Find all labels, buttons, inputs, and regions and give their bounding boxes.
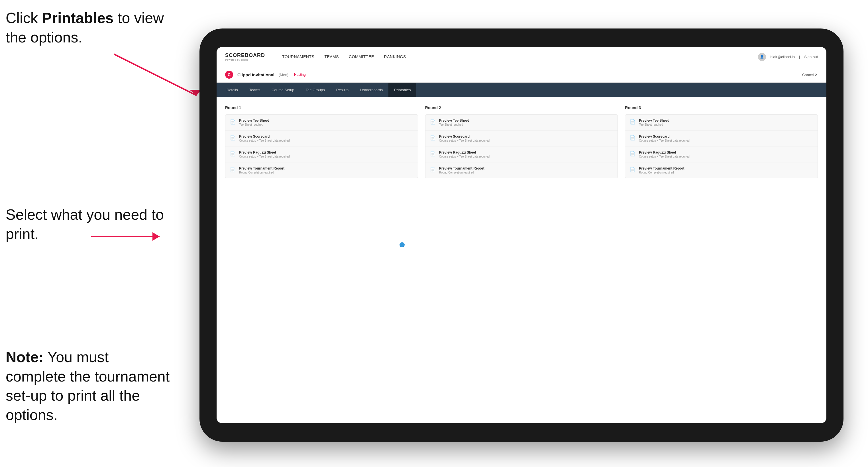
doc-icon: 📄 bbox=[430, 135, 436, 141]
nav-separator: | bbox=[799, 55, 800, 59]
svg-line-0 bbox=[114, 54, 197, 95]
nav-committee[interactable]: COMMITTEE bbox=[349, 55, 374, 60]
tab-leaderboards[interactable]: Leaderboards bbox=[354, 83, 389, 97]
tournament-name: Clippd Invitational bbox=[237, 72, 274, 77]
arrow-top bbox=[100, 45, 208, 102]
nav-user: 👤 blair@clippd.io | Sign out bbox=[758, 53, 818, 61]
scorecard-subtitle: Course setup + Tee Sheet data required bbox=[239, 139, 289, 142]
round-1-scorecard[interactable]: 📄 Preview Scorecard Course setup + Tee S… bbox=[225, 130, 418, 147]
round-2-scorecard[interactable]: 📄 Preview Scorecard Course setup + Tee S… bbox=[426, 130, 618, 147]
nav-teams[interactable]: TEAMS bbox=[324, 55, 339, 60]
instruction-middle: Select what you need to print. bbox=[6, 205, 171, 244]
raguzzi-title: Preview Raguzzi Sheet bbox=[239, 150, 289, 154]
raguzzi-subtitle: Course setup + Tee Sheet data required bbox=[439, 155, 490, 158]
raguzzi-title: Preview Raguzzi Sheet bbox=[639, 150, 689, 154]
doc-icon: 📄 bbox=[430, 167, 436, 173]
instruction-bottom-text: Note: You must complete the tournament s… bbox=[6, 349, 169, 423]
tab-teams[interactable]: Teams bbox=[244, 83, 266, 97]
instruction-top-text: Click Printables to view the options. bbox=[6, 10, 164, 45]
nav-avatar: 👤 bbox=[758, 53, 766, 61]
instruction-middle-text: Select what you need to print. bbox=[6, 206, 164, 242]
tee-sheet-subtitle: Tee Sheet required bbox=[239, 123, 269, 126]
tournament-status: Hosting bbox=[294, 73, 306, 76]
tab-course-setup[interactable]: Course Setup bbox=[266, 83, 300, 97]
round-3-raguzzi[interactable]: 📄 Preview Raguzzi Sheet Course setup + T… bbox=[625, 147, 817, 162]
round-2-cards: 📄 Preview Tee Sheet Tee Sheet required 📄… bbox=[425, 114, 618, 178]
doc-icon: 📄 bbox=[630, 151, 636, 156]
round-3-tee-sheet[interactable]: 📄 Preview Tee Sheet Tee Sheet required bbox=[625, 115, 817, 130]
round-1-raguzzi[interactable]: 📄 Preview Raguzzi Sheet Course setup + T… bbox=[225, 147, 418, 162]
round-1-title: Round 1 bbox=[225, 105, 418, 110]
raguzzi-subtitle: Course setup + Tee Sheet data required bbox=[639, 155, 689, 158]
round-1-report[interactable]: 📄 Preview Tournament Report Round Comple… bbox=[225, 162, 418, 178]
svg-marker-1 bbox=[189, 90, 201, 95]
tee-sheet-title: Preview Tee Sheet bbox=[639, 119, 669, 123]
sidebar-dot bbox=[400, 242, 405, 247]
printables-bold: Printables bbox=[42, 10, 114, 26]
nav-links: TOURNAMENTS TEAMS COMMITTEE RANKINGS bbox=[282, 55, 747, 60]
tab-details[interactable]: Details bbox=[221, 83, 244, 97]
scorecard-subtitle: Course setup + Tee Sheet data required bbox=[439, 139, 490, 142]
round-3-section: Round 3 📄 Preview Tee Sheet Tee Sheet re… bbox=[625, 105, 818, 178]
tablet: SCOREBOARD Powered by clippd TOURNAMENTS… bbox=[199, 29, 843, 442]
round-3-title: Round 3 bbox=[625, 105, 818, 110]
tee-sheet-title: Preview Tee Sheet bbox=[439, 119, 469, 123]
tab-results[interactable]: Results bbox=[331, 83, 354, 97]
top-nav: SCOREBOARD Powered by clippd TOURNAMENTS… bbox=[217, 47, 827, 67]
main-content: Round 1 📄 Preview Tee Sheet Tee Sheet re… bbox=[217, 97, 827, 423]
report-title: Preview Tournament Report bbox=[239, 166, 284, 170]
tee-sheet-subtitle: Tee Sheet required bbox=[639, 123, 669, 126]
tee-sheet-subtitle: Tee Sheet required bbox=[439, 123, 469, 126]
doc-icon: 📄 bbox=[230, 135, 236, 141]
scorecard-title: Preview Scorecard bbox=[639, 134, 689, 138]
round-1-cards: 📄 Preview Tee Sheet Tee Sheet required 📄… bbox=[225, 114, 418, 178]
round-2-raguzzi[interactable]: 📄 Preview Raguzzi Sheet Course setup + T… bbox=[426, 147, 618, 162]
round-3-cards: 📄 Preview Tee Sheet Tee Sheet required 📄… bbox=[625, 114, 818, 178]
raguzzi-subtitle: Course setup + Tee Sheet data required bbox=[239, 155, 289, 158]
doc-icon: 📄 bbox=[430, 119, 436, 125]
doc-icon: 📄 bbox=[230, 151, 236, 156]
tournament-bar: C Clippd Invitational (Men) Hosting Canc… bbox=[217, 67, 827, 83]
tab-printables[interactable]: Printables bbox=[389, 83, 416, 97]
brand-sub: Powered by clippd bbox=[225, 58, 265, 61]
doc-icon: 📄 bbox=[630, 167, 636, 173]
doc-icon: 📄 bbox=[230, 167, 236, 173]
tab-tee-groups[interactable]: Tee Groups bbox=[300, 83, 331, 97]
doc-icon: 📄 bbox=[630, 135, 636, 141]
report-subtitle: Round Completion required bbox=[239, 171, 284, 174]
nav-email: blair@clippd.io bbox=[770, 55, 795, 59]
tablet-screen: SCOREBOARD Powered by clippd TOURNAMENTS… bbox=[217, 47, 827, 423]
scorecard-subtitle: Course setup + Tee Sheet data required bbox=[639, 139, 689, 142]
doc-icon: 📄 bbox=[430, 151, 436, 156]
tee-sheet-title: Preview Tee Sheet bbox=[239, 119, 269, 123]
scorecard-title: Preview Scorecard bbox=[439, 134, 490, 138]
scorecard-title: Preview Scorecard bbox=[239, 134, 289, 138]
tournament-logo: C bbox=[225, 71, 233, 79]
report-title: Preview Tournament Report bbox=[439, 166, 485, 170]
tournament-category: (Men) bbox=[279, 73, 288, 77]
brand: SCOREBOARD Powered by clippd bbox=[225, 53, 265, 61]
nav-tournaments[interactable]: TOURNAMENTS bbox=[282, 55, 314, 60]
round-2-report[interactable]: 📄 Preview Tournament Report Round Comple… bbox=[426, 162, 618, 178]
round-2-tee-sheet[interactable]: 📄 Preview Tee Sheet Tee Sheet required bbox=[426, 115, 618, 130]
cancel-button[interactable]: Cancel ✕ bbox=[802, 73, 818, 77]
sign-out-link[interactable]: Sign out bbox=[804, 55, 818, 59]
doc-icon: 📄 bbox=[630, 119, 636, 125]
round-3-scorecard[interactable]: 📄 Preview Scorecard Course setup + Tee S… bbox=[625, 130, 817, 147]
round-2-section: Round 2 📄 Preview Tee Sheet Tee Sheet re… bbox=[425, 105, 618, 178]
report-subtitle: Round Completion required bbox=[439, 171, 485, 174]
instruction-bottom: Note: You must complete the tournament s… bbox=[6, 348, 171, 425]
round-2-title: Round 2 bbox=[425, 105, 618, 110]
tab-bar: Details Teams Course Setup Tee Groups Re… bbox=[217, 83, 827, 97]
note-bold: Note: bbox=[6, 349, 43, 365]
instruction-top: Click Printables to view the options. bbox=[6, 8, 171, 47]
report-subtitle: Round Completion required bbox=[639, 171, 684, 174]
raguzzi-title: Preview Raguzzi Sheet bbox=[439, 150, 490, 154]
round-3-report[interactable]: 📄 Preview Tournament Report Round Comple… bbox=[625, 162, 817, 178]
round-1-tee-sheet[interactable]: 📄 Preview Tee Sheet Tee Sheet required bbox=[225, 115, 418, 130]
brand-title: SCOREBOARD bbox=[225, 53, 265, 58]
report-title: Preview Tournament Report bbox=[639, 166, 684, 170]
doc-icon: 📄 bbox=[230, 119, 236, 125]
rounds-grid: Round 1 📄 Preview Tee Sheet Tee Sheet re… bbox=[225, 105, 818, 178]
nav-rankings[interactable]: RANKINGS bbox=[384, 55, 406, 60]
